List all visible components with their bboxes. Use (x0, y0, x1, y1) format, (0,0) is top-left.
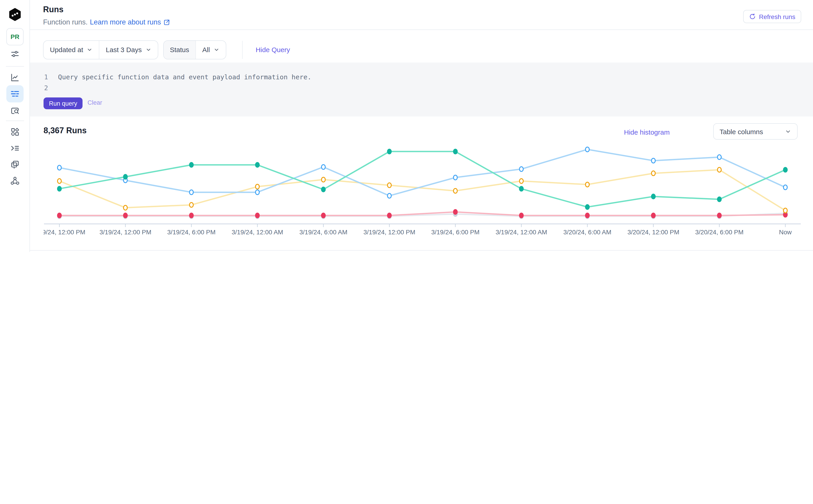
search-icon[interactable] (6, 102, 24, 120)
data-point-failed (520, 213, 523, 218)
sidebar-divider (6, 121, 24, 121)
status-filter-label: Status (170, 46, 189, 53)
status-filter: Status All (163, 40, 226, 59)
sort-time-filter: Updated at Last 3 Days (43, 40, 158, 59)
data-point-completed (651, 194, 655, 199)
data-point-queued (585, 182, 589, 187)
series-line-queued (59, 170, 785, 211)
runs-histogram-chart: 3/19/24, 12:00 PM3/19/24, 12:00 PM3/19/2… (44, 145, 801, 236)
clear-query-button[interactable]: Clear (87, 99, 102, 106)
x-axis-tick-label: 3/19/24, 6:00 AM (299, 229, 347, 236)
time-range-value: Last 3 Days (106, 46, 142, 53)
data-point-running (718, 155, 721, 160)
query-editor[interactable]: 1 Query specific function data and event… (30, 63, 813, 116)
runs-table: StatusRun IDErrorTagQueued atEnded atFun… (30, 250, 813, 252)
data-point-queued (651, 171, 655, 176)
sort-field-value: Updated at (50, 46, 83, 53)
refresh-icon (749, 13, 756, 20)
data-point-failed (387, 213, 391, 218)
data-point-failed (651, 213, 655, 218)
chevron-down-icon (213, 47, 219, 53)
x-axis-tick-label: 3/20/24, 12:00 PM (627, 229, 679, 236)
main-content: Runs Function runs. Learn more about run… (30, 0, 813, 252)
functions-icon[interactable] (6, 156, 24, 173)
data-point-completed (255, 162, 259, 167)
runs-count: 8,367 Runs (44, 126, 87, 136)
x-axis-tick-label: 3/19/24, 12:00 PM (363, 229, 416, 236)
data-point-completed (454, 149, 457, 154)
filters-sliders-icon[interactable] (6, 45, 24, 63)
table-columns-dropdown[interactable]: Table columns (713, 123, 798, 140)
page-title: Runs (43, 5, 63, 15)
sort-field-dropdown[interactable]: Updated at (44, 41, 99, 59)
data-point-completed (520, 187, 523, 191)
data-point-queued (58, 179, 61, 183)
x-axis-tick-label: Now (779, 229, 792, 236)
results-bar: 8,367 Runs Hide histogram Table columns (30, 122, 813, 141)
run-query-button[interactable]: Run query (44, 97, 83, 109)
x-axis-tick-label: 3/19/24, 12:00 PM (44, 229, 85, 236)
inngest-logo[interactable] (6, 6, 24, 23)
x-axis-tick-label: 3/20/24, 6:00 PM (695, 229, 743, 236)
x-axis-tick-label: 3/19/24, 6:00 PM (167, 229, 216, 236)
webhooks-icon[interactable] (6, 172, 24, 189)
line-number: 2 (36, 84, 48, 92)
sidebar-divider (6, 66, 24, 67)
data-point-queued (784, 208, 787, 213)
runs-histogram: 3/19/24, 12:00 PM3/19/24, 12:00 PM3/19/2… (44, 145, 801, 236)
data-point-failed (124, 213, 127, 218)
page-header: Runs Function runs. Learn more about run… (30, 0, 813, 30)
external-link-icon (163, 19, 170, 26)
data-point-completed (189, 162, 193, 167)
metrics-icon[interactable] (6, 69, 24, 86)
workspace-badge[interactable]: PR (6, 28, 24, 45)
x-axis-tick-label: 3/19/24, 12:00 AM (232, 229, 283, 236)
time-range-dropdown[interactable]: Last 3 Days (99, 41, 158, 59)
data-point-completed (387, 149, 391, 154)
x-axis-tick-label: 3/19/24, 12:00 AM (496, 229, 547, 236)
status-filter-value: All (202, 46, 210, 53)
data-point-failed (585, 213, 589, 218)
data-point-completed (124, 174, 127, 179)
data-point-completed (718, 197, 721, 202)
hide-query-link[interactable]: Hide Query (256, 46, 290, 53)
data-point-failed (718, 213, 721, 218)
data-point-running (520, 167, 523, 172)
data-point-failed (321, 213, 325, 218)
data-point-queued (321, 177, 325, 182)
query-placeholder: Query specific function data and event p… (58, 73, 311, 81)
runs-icon[interactable] (6, 85, 24, 102)
data-point-running (58, 165, 61, 170)
refresh-runs-label: Refresh runs (759, 13, 795, 20)
app-root: PR (0, 0, 813, 252)
chevron-down-icon (145, 47, 151, 53)
data-point-running (255, 190, 259, 195)
data-point-running (321, 165, 325, 169)
data-point-running (651, 158, 655, 163)
filter-bar: Updated at Last 3 Days Status All Hide Q (43, 40, 290, 59)
table-header-row: StatusRun IDErrorTagQueued atEnded atFun… (30, 250, 813, 252)
hide-histogram-link[interactable]: Hide histogram (624, 128, 670, 136)
x-axis-tick-label: 3/19/24, 12:00 PM (99, 229, 151, 236)
data-point-running (585, 147, 589, 152)
apps-icon[interactable] (6, 123, 24, 141)
sidebar: PR (0, 0, 30, 252)
data-point-completed (58, 187, 61, 191)
data-point-completed (321, 187, 325, 192)
learn-more-link[interactable]: Learn more about runs (90, 18, 161, 26)
chevron-down-icon (785, 128, 791, 135)
table-columns-label: Table columns (720, 128, 763, 135)
workspace-badge-label: PR (11, 33, 19, 40)
data-point-failed (255, 213, 259, 218)
line-number: 1 (36, 73, 48, 81)
data-point-running (454, 175, 457, 180)
data-point-running (784, 185, 787, 190)
status-filter-dropdown[interactable]: All (195, 41, 225, 59)
data-point-queued (189, 203, 193, 207)
events-icon[interactable] (6, 140, 24, 157)
data-point-failed (189, 213, 193, 218)
x-axis-tick-label: 3/20/24, 6:00 AM (563, 229, 612, 236)
refresh-runs-button[interactable]: Refresh runs (743, 10, 801, 23)
x-axis-tick-label: 3/19/24, 6:00 PM (431, 229, 480, 236)
data-point-failed (454, 210, 457, 214)
